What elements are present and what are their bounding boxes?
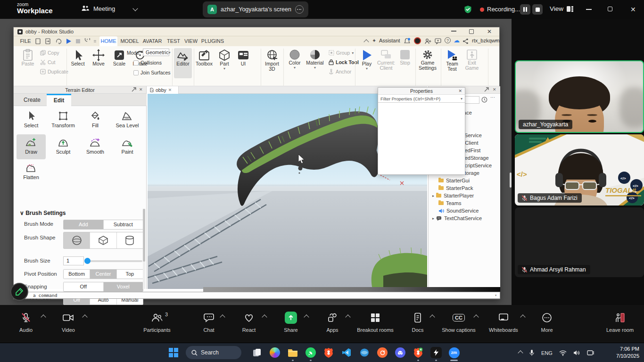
postman-icon[interactable] <box>377 347 388 358</box>
brush-size-slider[interactable] <box>88 260 142 262</box>
brush-settings-header[interactable]: ∨ Brush Settings <box>20 210 66 216</box>
pop-out-icon[interactable] <box>484 87 489 92</box>
ui-button[interactable]: UI <box>235 49 251 66</box>
section-collapse-icon[interactable]: ∨ <box>20 210 24 216</box>
dark-app-icon[interactable] <box>430 347 442 358</box>
play-caret-icon[interactable]: ▾ <box>357 66 376 71</box>
material-button[interactable]: Material ▾ <box>304 49 326 70</box>
brave-beta-icon[interactable] <box>413 347 424 358</box>
security-shield-icon[interactable] <box>464 5 472 14</box>
vscode-icon[interactable] <box>341 347 352 358</box>
share-icon[interactable] <box>462 38 469 44</box>
brush-shape-cylinder[interactable] <box>116 232 143 248</box>
lock-tool-button[interactable]: Lock Tool <box>329 59 359 65</box>
notifications-bell-icon[interactable] <box>404 38 410 44</box>
video-button[interactable]: Video <box>42 312 94 333</box>
terrain-editor-button[interactable]: Editor <box>174 49 192 66</box>
panel-close-icon[interactable]: ✕ <box>139 87 143 92</box>
expand-icon[interactable]: ▸ <box>432 194 436 198</box>
studio-restore-button[interactable] <box>469 29 474 34</box>
pop-out-icon[interactable] <box>132 87 136 92</box>
expand-icon[interactable]: ▸ <box>432 216 436 221</box>
viewport-tab-obby[interactable]: obby ✕ <box>148 86 179 94</box>
duplicate-button[interactable]: Duplicate <box>40 69 68 74</box>
file-menu[interactable]: FILE <box>17 36 33 46</box>
brush-mode-add[interactable]: Add <box>64 220 103 229</box>
snapping-off[interactable]: Off <box>64 282 103 291</box>
terrain-tool-smooth[interactable]: Smooth <box>80 137 110 155</box>
participants-button[interactable]: 3 Participants <box>131 312 183 333</box>
terrain-tool-draw[interactable]: Draw <box>16 137 46 155</box>
material-caret-icon[interactable]: ▾ <box>304 66 326 70</box>
volume-icon[interactable] <box>573 350 580 356</box>
collisions-row[interactable]: Collisions <box>133 60 162 66</box>
quick-access-toolbar[interactable] <box>35 38 97 44</box>
video-tile-ahmad[interactable]: Ahmad Arsyil Rahman <box>515 207 644 277</box>
screen-share-tab[interactable]: A azhar_Yogyakarta's screen <box>203 1 308 17</box>
import-3d-button[interactable]: Import 3D <box>261 49 283 72</box>
window-minimize-button[interactable] <box>586 9 592 10</box>
snapping-voxel[interactable]: Voxel <box>103 282 143 291</box>
show-captions-button[interactable]: CC Show captions <box>433 312 485 333</box>
meeting-tab[interactable]: Meeting <box>81 5 115 12</box>
terrain-editor-header[interactable]: Terrain Editor ✕ <box>14 86 146 94</box>
panel-close-icon[interactable]: ✕ <box>493 87 496 92</box>
command-bar-caret-icon[interactable]: ▾ <box>495 293 497 297</box>
tab-model[interactable]: MODEL <box>119 36 140 46</box>
stop-recording-button[interactable] <box>532 4 543 15</box>
paste-button[interactable]: Paste <box>17 49 39 66</box>
pivot-top[interactable]: Top <box>116 270 143 279</box>
tab-create[interactable]: Create <box>17 94 47 106</box>
current-client-button[interactable]: Current: Client <box>375 49 397 71</box>
leave-room-button[interactable]: Leave room <box>594 312 644 333</box>
part-caret-icon[interactable]: ▾ <box>214 66 235 71</box>
tab-options-icon[interactable] <box>295 5 304 14</box>
terrain-tool-select[interactable]: Select <box>16 111 46 128</box>
group-button[interactable]: Group ▾ <box>329 50 354 56</box>
view-button[interactable]: View <box>550 5 574 12</box>
join-surfaces-checkbox[interactable] <box>133 70 139 75</box>
part-button[interactable]: Part ▾ <box>214 49 235 71</box>
workplace-chevron-icon[interactable] <box>132 6 138 11</box>
taskbar-clock[interactable]: 7:06 PM 7/10/2025 <box>616 346 639 360</box>
video-tile-bagus[interactable]: </> </> </> </> TIOGAL# <box>515 134 644 206</box>
team-test-button[interactable]: Team Test <box>441 49 463 72</box>
brush-shape-cube[interactable] <box>90 232 116 248</box>
zoom-app-icon[interactable]: zm <box>448 347 460 358</box>
annotation-pencil-badge[interactable] <box>10 283 28 301</box>
studio-close-button[interactable]: ✕ <box>487 28 492 35</box>
brave-icon[interactable] <box>323 347 334 358</box>
panel-resize-handle[interactable] <box>510 173 512 188</box>
terrain-tool-flatten[interactable]: Flatten <box>16 163 46 180</box>
whatsapp-icon[interactable] <box>305 347 316 358</box>
history-icon[interactable] <box>481 97 487 103</box>
copilot-icon[interactable] <box>269 347 281 358</box>
terrain-tool-paint[interactable]: Paint <box>112 137 142 155</box>
tab-avatar[interactable]: AVATAR <box>141 36 164 46</box>
explorer-item[interactable]: SoundService <box>429 207 501 214</box>
toolbox-button[interactable]: Toolbox <box>193 49 215 66</box>
window-restore-button[interactable] <box>608 7 612 11</box>
file-explorer-icon[interactable] <box>287 347 298 358</box>
properties-header[interactable]: Properties ✕ <box>378 88 465 95</box>
explorer-item[interactable]: Teams <box>429 199 501 207</box>
pivot-bottom[interactable]: Bottom <box>64 270 90 279</box>
task-view-icon[interactable] <box>251 347 263 358</box>
color-caret-icon[interactable]: ▾ <box>284 66 305 70</box>
user-avatar[interactable] <box>414 37 421 44</box>
video-tile-azhar[interactable]: azhar_Yogyakarta <box>515 60 644 133</box>
tray-expand-chevron[interactable] <box>518 350 523 355</box>
explorer-more-icon[interactable]: ··· <box>490 95 495 100</box>
tab-edit[interactable]: Edit <box>47 94 71 106</box>
viewport-tab-close-icon[interactable]: ✕ <box>168 88 172 92</box>
collisions-checkbox[interactable] <box>133 60 139 66</box>
collapse-ribbon-icon[interactable] <box>363 39 369 44</box>
explorer-item[interactable]: StarterGui <box>429 177 501 184</box>
move-tool-button[interactable]: Move <box>88 49 109 66</box>
assistant-button[interactable]: Assistant <box>379 38 400 43</box>
pivot-center[interactable]: Center <box>90 270 116 279</box>
feedback-icon[interactable] <box>435 38 441 44</box>
anchor-button[interactable]: Anchor <box>329 69 351 74</box>
terrain-tool-fill[interactable]: Fill <box>80 111 110 128</box>
brush-size-slider-thumb[interactable] <box>84 258 91 264</box>
